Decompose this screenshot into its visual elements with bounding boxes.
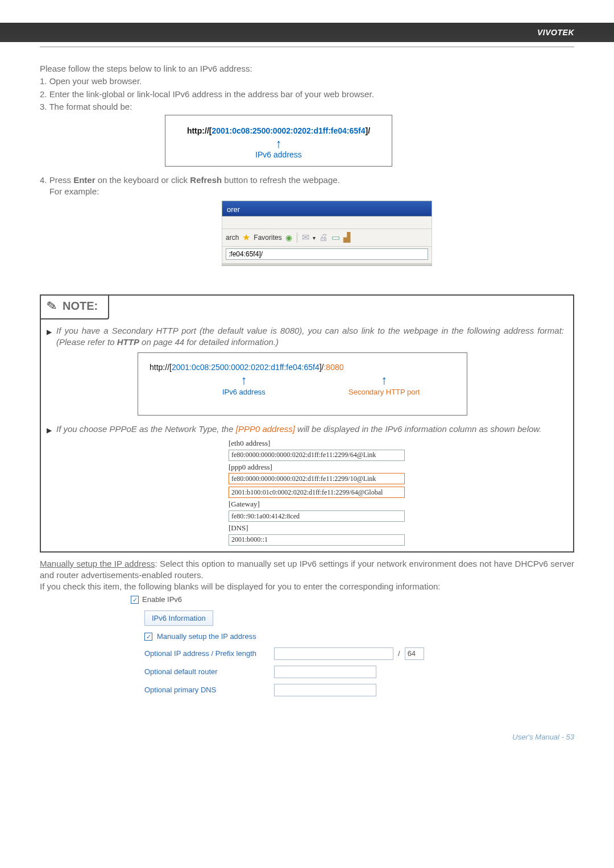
nb2a: If you choose PPPoE as the Network Type,… [56,424,236,434]
ppp0-value-1 [229,473,405,484]
manual-setup-checkbox[interactable]: ✓ [144,633,152,641]
url1-prefix: http:// [187,126,209,135]
press-text-a: 4. Press [40,175,73,185]
ipv6-config-panel: ✓ Enable IPv6 IPv6 Information ✓ Manuall… [131,595,574,696]
press-refresh: Refresh [190,175,222,185]
pen-icon: ✎ [45,297,58,315]
intro-steps: Please follow the steps below to link to… [40,63,574,113]
ie-bottom-rule [222,264,432,266]
manual-setup-text: Manually setup the IP address: Select th… [40,558,574,593]
footer-text: User's Manual - 53 [512,733,574,741]
optional-router-label: Optional default router [144,667,269,677]
note-tab: ✎ NOTE: [40,294,109,319]
optional-dns-input[interactable] [274,684,376,696]
edit-icon: ▭ [331,231,340,244]
prefix-slash: / [398,649,400,659]
nb2b: [PPP0 address] [236,424,295,434]
ie-toolbar: arch ★ Favorites ◉ ✉▾ 🖨 ▭ ▟ [222,229,432,247]
brand-logo: VIVOTEK [537,28,574,37]
ppp0-label: [ppp0 address] [229,462,564,472]
arrow-up-icon: ↑ [349,376,420,384]
arrow-up-icon: ↑ [222,376,265,384]
note-bullet-1: If you have a Secondary HTTP port (the d… [56,325,564,348]
media-icon: ◉ [285,232,292,243]
nb1b: HTTP [117,337,139,347]
toolbar-separator [297,232,297,243]
eth0-label: [eth0 address] [229,438,564,448]
nb1c: on page 44 for detailed information.) [139,337,279,347]
step-3: 3. The format should be: [40,101,574,113]
ipv6-info-column: [eth0 address] [ppp0 address] [Gateway] … [229,438,564,545]
url-format-box-1: http://[2001:0c08:2500:0002:0202:d1ff:fe… [165,115,392,167]
enable-ipv6-checkbox[interactable]: ✓ [131,596,139,604]
url2-port: :8080 [323,363,343,372]
ie-menu-bar [222,217,432,229]
intro-lead: Please follow the steps below to link to… [40,63,574,74]
ipv6-information-button[interactable]: IPv6 Information [144,610,213,626]
page-footer: User's Manual - 53 [0,725,614,755]
mail-icon: ✉ [302,231,309,244]
url-format-text-1: http://[2001:0c08:2500:0002:0202:d1ff:fe… [171,126,386,136]
optional-dns-label: Optional primary DNS [144,685,269,695]
ie-title-bar: orer [222,201,432,217]
step-4: 4. Press Enter on the keyboard or click … [40,175,574,198]
favorites-star-icon: ★ [242,231,250,244]
ie-address-bar [222,247,432,264]
dns-value [229,534,405,546]
messenger-icon: ▟ [343,231,350,244]
ie-screenshot: orer arch ★ Favorites ◉ ✉▾ 🖨 ▭ ▟ [222,201,432,266]
ie-toolbar-arch: arch [226,233,239,242]
enable-ipv6-label: Enable IPv6 [142,595,182,605]
arrow-up-icon: ↑ [171,140,386,147]
note-box: ✎ NOTE: ▶ If you have a Secondary HTTP p… [40,294,574,553]
nb2c: will be displayed in the IPv6 informatio… [295,424,542,434]
press-enter: Enter [73,175,95,185]
step-1: 1. Open your web browser. [40,76,574,87]
dns-label: [DNS] [229,523,564,533]
gateway-label: [Gateway] [229,499,564,509]
manual-setup-label: Manually setup the IP address [157,632,256,642]
url1-addr: 2001:0c08:2500:0002:0202:d1ff:fe04:65f4 [211,126,365,135]
prefix-length-input[interactable] [405,647,424,660]
url2-label-addr: IPv6 address [222,387,265,397]
manual-desc-2: If you check this item, the following bl… [40,581,574,592]
url2-addr: 2001:0c08:2500:0002:0202:d1ff:fe04:65f4 [172,363,320,372]
bullet-tri-icon: ▶ [47,426,52,435]
step-2: 2. Enter the link-global or link-local I… [40,89,574,100]
dropdown-caret-icon: ▾ [313,234,316,242]
ie-address-input[interactable] [226,248,428,260]
print-icon: 🖨 [319,231,328,244]
optional-ip-label: Optional IP address / Prefix length [144,649,269,659]
press-text-e: button to refresh the webpage. [222,175,340,185]
url1-arrow-label: IPv6 address [171,149,386,160]
note-bullet-2: If you choose PPPoE as the Network Type,… [56,423,542,435]
optional-router-input[interactable] [274,666,376,678]
manual-title: Manually setup the IP address [40,559,155,568]
press-example: For example: [40,186,574,197]
url1-suffix: / [368,126,370,135]
url-format-box-2: http://[2001:0c08:2500:0002:0202:d1ff:fe… [138,352,467,416]
url2-prefix: http:// [150,363,169,372]
url2-label-port: Secondary HTTP port [349,387,420,397]
eth0-value [229,450,405,461]
ppp0-value-2 [229,487,405,498]
note-title: NOTE: [63,298,98,314]
press-text-c: on the keyboard or click [96,175,190,185]
bullet-tri-icon: ▶ [47,327,52,348]
optional-ip-input[interactable] [274,647,393,660]
gateway-value [229,510,405,522]
ie-toolbar-fav: Favorites [254,233,281,242]
url-format-text-2: http://[2001:0c08:2500:0002:0202:d1ff:fe… [150,362,461,373]
